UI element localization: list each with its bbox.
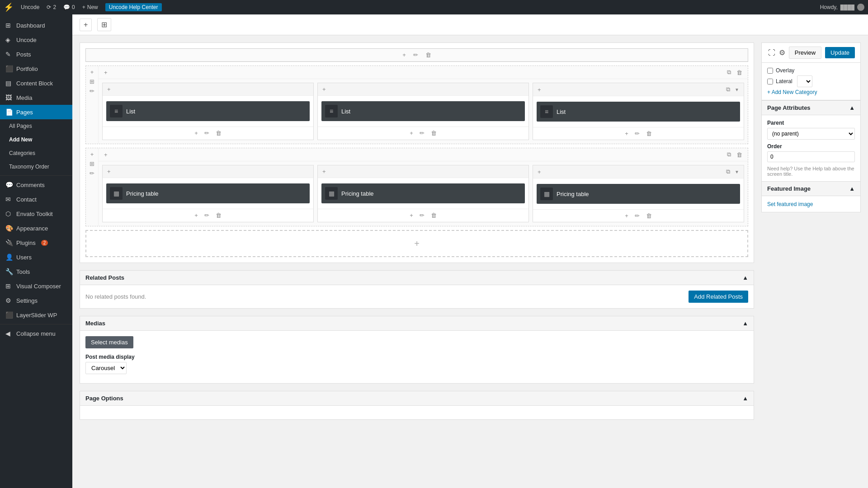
- col3-add-btn[interactable]: +: [536, 85, 543, 94]
- col3-edit-bottom-btn[interactable]: ✏: [633, 129, 642, 138]
- set-featured-image-link[interactable]: Set featured image: [767, 201, 813, 207]
- col2-delete-btn[interactable]: 🗑: [429, 129, 439, 137]
- vc-element-pricing-3[interactable]: ▦ Pricing table: [537, 184, 740, 204]
- sidebar-item-all-pages[interactable]: All Pages: [0, 119, 72, 133]
- display-select[interactable]: Carousel Grid Slider: [85, 362, 127, 374]
- sidebar-item-layerslider[interactable]: ⬛ LayerSlider WP: [0, 308, 72, 322]
- select-medias-button[interactable]: Select medias: [85, 336, 133, 348]
- add-element-button[interactable]: +: [80, 19, 92, 31]
- col3-delete-bottom-btn[interactable]: 🗑: [644, 129, 654, 138]
- vc-top-add-btn[interactable]: + ✏ 🗑: [86, 49, 748, 61]
- sidebar-item-media[interactable]: 🖼 Media: [0, 90, 72, 105]
- sidebar-item-contact[interactable]: ✉ Contact: [0, 192, 72, 206]
- row2-grid-btn[interactable]: ⊞: [88, 160, 96, 168]
- row1-delete-btn[interactable]: 🗑: [735, 68, 744, 77]
- sidebar-item-uncode[interactable]: ◈ Uncode: [0, 33, 72, 47]
- grid-view-button[interactable]: ⊞: [97, 18, 111, 31]
- sidebar-item-collapse[interactable]: ◀ Collapse menu: [0, 326, 72, 341]
- row1-edit-btn[interactable]: ✏: [88, 87, 96, 95]
- pcol3-add-bottom-btn[interactable]: +: [623, 211, 630, 220]
- sidebar-item-pages[interactable]: 📄 Pages: [0, 105, 72, 119]
- vc-add-row-btn[interactable]: +: [85, 230, 748, 257]
- add-category-link[interactable]: + Add New Category: [767, 89, 855, 95]
- site-name-item[interactable]: Uncode: [21, 4, 39, 10]
- sidebar-item-comments[interactable]: 💬 Comments: [0, 178, 72, 192]
- new-item[interactable]: + New: [82, 4, 98, 10]
- sidebar-item-posts[interactable]: ✎ Posts: [0, 47, 72, 61]
- col1-edit-btn[interactable]: ✏: [203, 129, 211, 137]
- col3-del-btn[interactable]: ▼: [733, 85, 741, 94]
- row2-top-add-btn[interactable]: +: [102, 150, 109, 159]
- top-delete-icon[interactable]: 🗑: [424, 51, 433, 59]
- pcol3-down-btn[interactable]: ▼: [733, 167, 741, 176]
- vc-element-list-1[interactable]: ≡ List: [106, 101, 310, 121]
- pcol1-edit-btn[interactable]: ✏: [203, 211, 211, 220]
- vc-element-pricing-1[interactable]: ▦ Pricing table: [106, 183, 310, 203]
- row1-grid-btn[interactable]: ⊞: [88, 77, 96, 86]
- pcol3-add-btn[interactable]: +: [536, 168, 543, 176]
- col3-add-bottom-btn[interactable]: +: [623, 129, 630, 138]
- sidebar-item-settings[interactable]: ⚙ Settings: [0, 293, 72, 308]
- row2-copy-btn[interactable]: ⧉: [725, 150, 733, 159]
- pcol2-edit-btn[interactable]: ✏: [418, 211, 426, 220]
- pcol1-add-bottom-btn[interactable]: +: [193, 211, 200, 220]
- pcol1-delete-btn[interactable]: 🗑: [214, 211, 223, 220]
- top-add-icon[interactable]: +: [401, 51, 408, 59]
- medias-header[interactable]: Medias ▲: [80, 316, 754, 331]
- row2-add-col-btn[interactable]: +: [89, 150, 96, 159]
- overlay-checkbox[interactable]: [767, 68, 773, 74]
- parent-select[interactable]: (no parent): [767, 128, 855, 140]
- row1-copy-btn[interactable]: ⧉: [725, 68, 733, 77]
- row2-edit-btn[interactable]: ✏: [88, 169, 96, 178]
- featured-image-header[interactable]: Featured Image ▲: [762, 182, 860, 196]
- col1-delete-btn[interactable]: 🗑: [214, 129, 223, 137]
- sidebar-item-users[interactable]: 👤 Users: [0, 250, 72, 264]
- page-options-header[interactable]: Page Options ▲: [80, 391, 754, 406]
- help-center-link[interactable]: Uncode Help Center: [105, 3, 162, 11]
- lateral-select[interactable]: [797, 75, 812, 87]
- sidebar-item-dashboard[interactable]: ⊞ Dashboard: [0, 18, 72, 33]
- vc-element-list-3[interactable]: ≡ List: [537, 102, 740, 122]
- sidebar-item-content-block[interactable]: ▤ Content Block: [0, 76, 72, 90]
- page-attributes-header[interactable]: Page Attributes ▲: [762, 101, 860, 115]
- row1-add-col-btn[interactable]: +: [89, 68, 96, 76]
- sidebar-item-envato[interactable]: ⬡ Envato Toolkit: [0, 206, 72, 221]
- lateral-checkbox[interactable]: [767, 79, 773, 84]
- row2-delete-btn[interactable]: 🗑: [735, 150, 744, 159]
- col2-edit-btn[interactable]: ✏: [418, 129, 426, 137]
- comments-item[interactable]: 💬 0: [63, 4, 75, 10]
- sidebar-item-portfolio[interactable]: ⬛ Portfolio: [0, 61, 72, 76]
- pcol3-delete-bottom-btn[interactable]: 🗑: [644, 211, 654, 220]
- wp-logo-item[interactable]: ⚡: [4, 2, 14, 12]
- vc-element-list-2[interactable]: ≡ List: [321, 101, 525, 121]
- sidebar-item-tools[interactable]: 🔧 Tools: [0, 264, 72, 279]
- pcol2-delete-btn[interactable]: 🗑: [429, 211, 439, 220]
- pcol3-edit-bottom-btn[interactable]: ✏: [633, 211, 642, 220]
- help-center-item[interactable]: Uncode Help Center: [105, 3, 162, 11]
- updates-item[interactable]: ⟳ 2: [47, 4, 56, 10]
- sidebar-item-plugins[interactable]: 🔌 Plugins 2: [0, 235, 72, 250]
- col1-add-btn[interactable]: +: [105, 85, 113, 94]
- pcol2-add-bottom-btn[interactable]: +: [408, 211, 415, 220]
- col2-add-bottom-btn[interactable]: +: [408, 129, 415, 137]
- settings-gear-button[interactable]: ⚙: [779, 48, 785, 57]
- sidebar-item-appearance[interactable]: 🎨 Appearance: [0, 221, 72, 235]
- update-button[interactable]: Update: [825, 47, 855, 58]
- vc-element-pricing-2[interactable]: ▦ Pricing table: [321, 183, 525, 203]
- sidebar-item-categories[interactable]: Categories: [0, 146, 72, 160]
- order-input[interactable]: [767, 151, 855, 162]
- col2-add-btn[interactable]: +: [321, 85, 328, 94]
- add-related-posts-button[interactable]: Add Related Posts: [689, 291, 748, 303]
- row1-top-add-btn[interactable]: +: [102, 68, 109, 77]
- col1-add-bottom-btn[interactable]: +: [193, 129, 200, 137]
- related-posts-header[interactable]: Related Posts ▲: [80, 271, 754, 285]
- sidebar-item-visual-composer[interactable]: ⊞ Visual Composer: [0, 279, 72, 293]
- pcol1-add-btn[interactable]: +: [105, 167, 113, 176]
- fullscreen-button[interactable]: ⛶: [768, 49, 775, 57]
- col3-copy-btn[interactable]: ⧉: [724, 85, 732, 94]
- preview-button[interactable]: Preview: [789, 47, 821, 59]
- sidebar-item-add-new[interactable]: Add New: [0, 133, 72, 146]
- pcol3-copy-btn[interactable]: ⧉: [724, 167, 732, 176]
- pcol2-add-btn[interactable]: +: [321, 167, 328, 176]
- top-edit-icon[interactable]: ✏: [411, 51, 420, 59]
